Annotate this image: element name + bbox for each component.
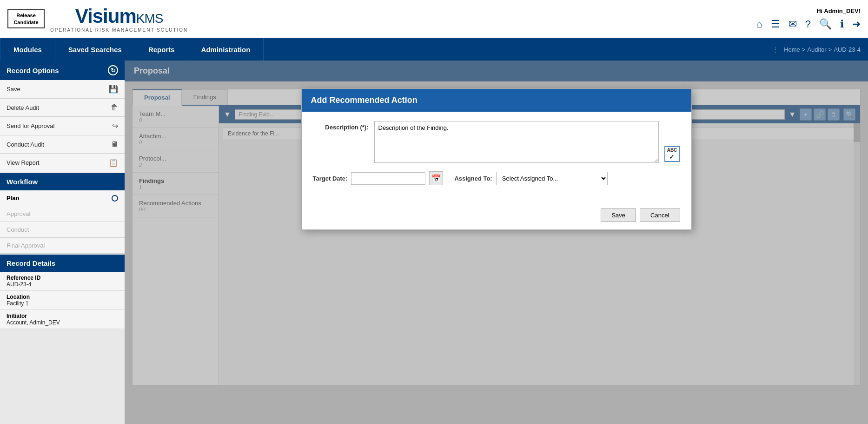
- sidebar-conduct-audit[interactable]: Conduct Audit 🖥: [0, 135, 125, 154]
- assigned-to-select[interactable]: Select Assigned To...: [496, 172, 608, 185]
- sidebar-view-report[interactable]: View Report 📋: [0, 154, 125, 172]
- breadcrumb-sep2: >: [828, 46, 832, 53]
- sidebar: Record Options ↻ Save 💾 Delete Audit 🗑 S…: [0, 61, 125, 424]
- calendar-btn[interactable]: 📅: [429, 171, 443, 185]
- logo: VisiumKMS OPERATIONAL RISK MANAGEMENT SO…: [50, 5, 188, 33]
- logo-tagline: OPERATIONAL RISK MANAGEMENT SOLUTION: [50, 27, 188, 33]
- modal-overlay: Add Recommended Action Description (*): …: [125, 61, 868, 424]
- modal-body: Description (*): ABC✓ Target Date: 📅: [302, 112, 691, 203]
- record-details-header: Record Details: [0, 255, 125, 272]
- header-icons: ⌂ ☰ ✉ ? 🔍 ℹ ➜: [756, 18, 861, 30]
- release-badge: Release Candidate: [7, 9, 45, 28]
- sidebar-send-approval[interactable]: Send for Approval ↪: [0, 117, 125, 135]
- workflow-plan[interactable]: Plan: [0, 190, 125, 206]
- description-label: Description (*):: [313, 121, 369, 131]
- modal: Add Recommended Action Description (*): …: [301, 88, 692, 230]
- workflow-header: Workflow: [0, 173, 125, 190]
- breadcrumb-home[interactable]: Home: [784, 46, 800, 53]
- workflow-conduct[interactable]: Conduct: [0, 222, 125, 238]
- modal-footer: Save Cancel: [302, 203, 691, 229]
- record-reference-id: Reference ID AUD-23-4: [0, 272, 125, 291]
- info-icon[interactable]: ℹ: [840, 18, 844, 30]
- record-location: Location Facility 1: [0, 291, 125, 310]
- modal-header: Add Recommended Action: [302, 89, 691, 112]
- description-textarea[interactable]: [374, 121, 659, 163]
- modal-date-assigned-row: Target Date: 📅 Assigned To: Select Assig…: [313, 171, 680, 185]
- main-layout: Record Options ↻ Save 💾 Delete Audit 🗑 S…: [0, 61, 868, 424]
- header-right: Hi Admin_DEV! ⌂ ☰ ✉ ? 🔍 ℹ ➜: [756, 7, 861, 30]
- record-options-title: Record Options: [7, 67, 59, 74]
- target-date-label: Target Date:: [313, 175, 348, 182]
- home-icon[interactable]: ⌂: [756, 18, 762, 30]
- nav-administration[interactable]: Administration: [188, 38, 264, 61]
- help-icon[interactable]: ?: [805, 18, 811, 30]
- nav-bar: Modules Saved Searches Reports Administr…: [0, 38, 868, 61]
- report-icon: 📋: [109, 158, 118, 167]
- nav-dots: ⋮: [772, 46, 778, 53]
- menu-icon[interactable]: ☰: [771, 18, 780, 30]
- modal-description-row: Description (*): ABC✓: [313, 121, 680, 163]
- nav-reports[interactable]: Reports: [135, 38, 188, 61]
- mail-icon[interactable]: ✉: [788, 18, 797, 30]
- breadcrumb: ⋮ Home > Auditor > AUD-23-4: [772, 46, 868, 53]
- content-area: Proposal Proposal Findings Team M... 0: [125, 61, 868, 424]
- workflow-plan-icon: [112, 195, 118, 202]
- breadcrumb-record[interactable]: AUD-23-4: [834, 46, 861, 53]
- sidebar-delete-audit[interactable]: Delete Audit 🗑: [0, 99, 125, 117]
- workflow-final-approval[interactable]: Final Approval: [0, 238, 125, 254]
- modal-save-button[interactable]: Save: [601, 209, 636, 222]
- conduct-icon: 🖥: [111, 140, 118, 148]
- top-header: Release Candidate VisiumKMS OPERATIONAL …: [0, 0, 868, 38]
- logo-area: Release Candidate VisiumKMS OPERATIONAL …: [7, 5, 188, 33]
- target-date-group: Target Date: 📅: [313, 171, 444, 185]
- target-date-input[interactable]: [351, 172, 425, 185]
- breadcrumb-auditor[interactable]: Auditor: [807, 46, 826, 53]
- delete-icon: 🗑: [111, 103, 118, 112]
- nav-modules[interactable]: Modules: [0, 38, 55, 61]
- save-icon: 💾: [109, 85, 118, 94]
- logout-icon[interactable]: ➜: [852, 18, 861, 30]
- workflow-approval[interactable]: Approval: [0, 206, 125, 222]
- spell-check-btn[interactable]: ABC✓: [664, 146, 680, 162]
- record-options-header: Record Options ↻: [0, 61, 125, 80]
- assigned-to-label: Assigned To:: [454, 175, 492, 182]
- record-options-toggle[interactable]: ↻: [108, 65, 118, 75]
- sidebar-save[interactable]: Save 💾: [0, 80, 125, 99]
- send-icon: ↪: [112, 121, 118, 130]
- breadcrumb-sep1: >: [802, 46, 806, 53]
- modal-cancel-button[interactable]: Cancel: [640, 209, 680, 222]
- record-initiator: Initiator Account, Admin_DEV: [0, 310, 125, 329]
- search-icon[interactable]: 🔍: [819, 18, 832, 30]
- assigned-to-group: Assigned To: Select Assigned To...: [454, 172, 607, 185]
- user-greeting: Hi Admin_DEV!: [816, 7, 861, 14]
- logo-visium: Visium: [75, 5, 136, 27]
- logo-kms: KMS: [136, 11, 163, 26]
- nav-saved-searches[interactable]: Saved Searches: [55, 38, 135, 61]
